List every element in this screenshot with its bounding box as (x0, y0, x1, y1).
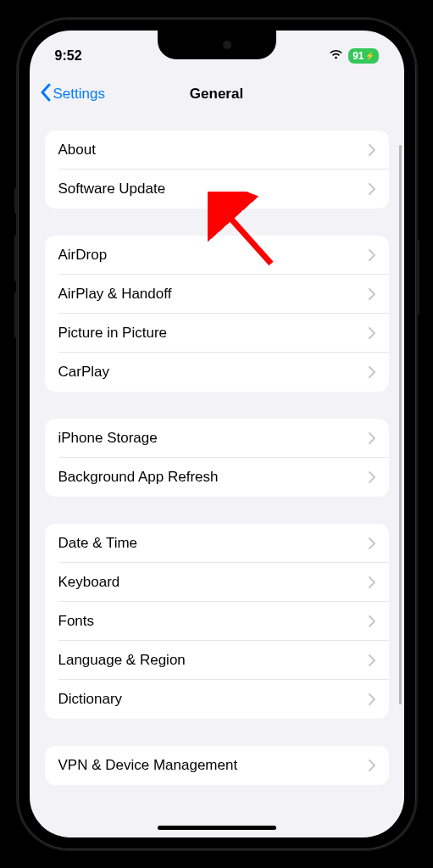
row-label: VPN & Device Management (58, 757, 238, 774)
section-connectivity: AirDrop AirPlay & Handoff Picture in Pic… (45, 236, 389, 392)
row-label: Fonts (58, 613, 95, 630)
status-time: 9:52 (55, 48, 82, 64)
chevron-right-icon (369, 693, 375, 705)
battery-percent: 91 (353, 50, 364, 62)
section-vpn: VPN & Device Management (45, 746, 389, 785)
back-label: Settings (53, 86, 105, 103)
battery-indicator: 91⚡ (348, 48, 378, 64)
row-fonts[interactable]: Fonts (45, 602, 389, 641)
row-language-region[interactable]: Language & Region (45, 641, 389, 680)
row-software-update[interactable]: Software Update (45, 170, 389, 209)
chevron-right-icon (369, 654, 375, 666)
row-label: AirPlay & Handoff (58, 286, 172, 303)
chevron-right-icon (369, 432, 375, 444)
row-label: iPhone Storage (58, 430, 158, 447)
phone-frame: 9:52 91⚡ Settings General (18, 19, 416, 849)
chevron-right-icon (369, 366, 375, 378)
notch (158, 31, 276, 59)
chevron-right-icon (369, 327, 375, 339)
chevron-right-icon (369, 537, 375, 549)
row-background-app-refresh[interactable]: Background App Refresh (45, 458, 389, 497)
wifi-icon (329, 48, 343, 64)
home-indicator[interactable] (158, 826, 276, 830)
row-dictionary[interactable]: Dictionary (45, 680, 389, 719)
chevron-right-icon (369, 760, 375, 771)
row-label: Language & Region (58, 652, 186, 669)
row-date-time[interactable]: Date & Time (45, 524, 389, 563)
row-label: Keyboard (58, 574, 120, 591)
chevron-left-icon (40, 83, 52, 106)
row-label: Software Update (58, 181, 166, 198)
screen: 9:52 91⚡ Settings General (30, 31, 404, 837)
phone-side-buttons-left (14, 188, 18, 348)
phone-side-buttons-right (416, 239, 419, 341)
section-about: About Software Update (45, 131, 389, 209)
row-label: Dictionary (58, 691, 123, 708)
chevron-right-icon (369, 471, 375, 483)
row-keyboard[interactable]: Keyboard (45, 563, 389, 602)
chevron-right-icon (369, 144, 375, 156)
content-scroll[interactable]: About Software Update AirDrop AirPlay & … (30, 115, 404, 837)
row-airplay-handoff[interactable]: AirPlay & Handoff (45, 275, 389, 314)
chevron-right-icon (369, 288, 375, 300)
row-label: Date & Time (58, 535, 138, 552)
row-label: Picture in Picture (58, 325, 168, 342)
row-label: AirDrop (58, 247, 108, 264)
scroll-indicator[interactable] (399, 145, 402, 704)
section-preferences: Date & Time Keyboard Fonts Language & Re… (45, 524, 389, 719)
charging-icon: ⚡ (365, 52, 375, 60)
chevron-right-icon (369, 249, 375, 261)
row-label: About (58, 142, 96, 159)
row-about[interactable]: About (45, 131, 389, 170)
back-button[interactable]: Settings (40, 83, 105, 106)
chevron-right-icon (369, 183, 375, 195)
chevron-right-icon (369, 615, 375, 627)
chevron-right-icon (369, 576, 375, 588)
status-right: 91⚡ (329, 48, 378, 64)
row-iphone-storage[interactable]: iPhone Storage (45, 419, 389, 458)
section-storage: iPhone Storage Background App Refresh (45, 419, 389, 497)
nav-bar: Settings General (30, 73, 404, 115)
row-picture-in-picture[interactable]: Picture in Picture (45, 314, 389, 353)
row-vpn-device-management[interactable]: VPN & Device Management (45, 746, 389, 785)
row-carplay[interactable]: CarPlay (45, 353, 389, 392)
page-title: General (190, 86, 243, 103)
row-label: CarPlay (58, 364, 109, 381)
row-airdrop[interactable]: AirDrop (45, 236, 389, 275)
row-label: Background App Refresh (58, 469, 219, 486)
